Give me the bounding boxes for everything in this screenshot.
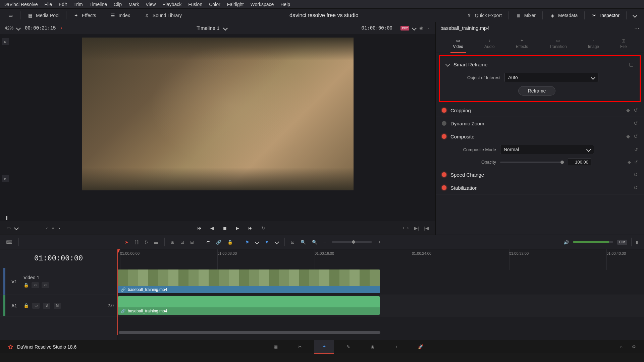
tab-image[interactable]: ▫Image [585,37,602,50]
menu-mark[interactable]: Mark [128,2,139,7]
zoom-dropdown[interactable]: 42% [5,25,20,31]
color-page-btn[interactable]: ◉ [362,340,382,354]
trim-tool-icon[interactable]: ⟦⟧ [135,240,139,245]
more-icon[interactable]: ⋯ [634,25,639,31]
dynamic-zoom-header[interactable]: Dynamic Zoom ↺ [436,117,644,130]
menu-trim[interactable]: Trim [73,2,83,7]
reset-icon[interactable]: ↺ [634,172,638,178]
index-btn[interactable]: ☰Index [107,11,133,20]
proxy-badge[interactable]: PXY [400,26,409,31]
media-pool-btn[interactable]: ▦Media Pool [24,11,63,20]
timeline-timecode[interactable]: 01:00:00:00 [0,249,117,268]
fairlight-page-btn[interactable]: ♪ [386,340,407,354]
tab-file[interactable]: ◫File [618,37,629,50]
menu-color[interactable]: Color [209,2,220,7]
cropping-header[interactable]: Cropping ◆↺ [436,104,644,117]
prev-nav-icon[interactable]: ‹ [46,226,48,231]
home-icon[interactable]: ⌂ [620,344,623,349]
timeline-tracks[interactable]: 01:00:00:00 01:00:08:00 01:00:16:00 01:0… [117,249,644,340]
audio-clip[interactable]: 🔗baseball_training.mp4 [118,296,380,315]
stop-btn[interactable]: ◼ [221,225,228,231]
slider-handle[interactable] [560,161,564,164]
layout-btn[interactable]: ▭ [4,11,17,20]
reset-icon[interactable]: ↺ [634,120,638,126]
stabilization-header[interactable]: Stabilization ↺ [436,181,644,194]
sound-library-btn[interactable]: ♫Sound Library [141,11,185,20]
timeline-selector[interactable]: Timeline 1 [67,25,357,31]
expand-btn[interactable] [630,12,640,18]
audio-lane[interactable]: 🔗baseball_training.mp4 [117,295,644,316]
menu-workspace[interactable]: Workspace [250,2,274,7]
effects-btn[interactable]: ✦Effects [70,11,100,20]
meter-icon[interactable]: ▮ [636,240,638,245]
video-clip[interactable]: 🔗baseball_training.mp4 [118,269,380,293]
match-frame-icon[interactable]: ⟷ [402,226,409,231]
video-lane[interactable]: 🔗baseball_training.mp4 [117,268,644,295]
reset-icon[interactable]: ↺ [634,107,638,113]
menu-fairlight[interactable]: Fairlight [227,2,244,7]
opacity-slider[interactable] [500,162,564,163]
overwrite-icon[interactable]: ⊡ [180,240,184,245]
zoom-detail-icon[interactable]: 🔍 [301,240,306,245]
toggle-on-icon[interactable] [442,134,446,139]
scrubber-handle[interactable] [6,216,7,220]
arrow-tool-icon[interactable]: ➤ [125,240,128,245]
slider-handle[interactable] [352,240,355,244]
media-page-btn[interactable]: ▦ [266,340,286,354]
marker-icon[interactable]: ▼ [265,240,269,245]
object-of-interest-select[interactable]: Auto [504,73,598,82]
lock-icon[interactable]: 🔒 [23,303,29,308]
reframe-button[interactable]: Reframe [518,86,556,96]
replace-icon[interactable]: ⊟ [190,240,194,245]
metadata-btn[interactable]: ◈Metadata [546,11,581,20]
insert-icon[interactable]: ⊞ [171,240,174,245]
menu-timeline[interactable]: Timeline [90,2,107,7]
next-clip-icon[interactable]: ▶| [414,226,419,231]
chevron-down-icon[interactable] [255,240,259,244]
step-back-btn[interactable]: ◀ [209,225,215,231]
record-timecode[interactable]: 01:00:00:00 [362,25,392,31]
go-start-btn[interactable]: ⏮ [196,225,203,231]
reset-icon[interactable]: ↺ [634,147,638,152]
gear-icon[interactable]: ⚙ [632,344,636,349]
menu-file[interactable]: File [44,2,52,7]
dim-button[interactable]: DIM [617,240,627,245]
solo-btn[interactable]: S [43,303,50,309]
composite-mode-select[interactable]: Normal [500,145,594,154]
razor-icon[interactable]: ▬ [154,240,158,245]
opacity-value[interactable]: 100.00 [568,158,591,166]
more-icon[interactable]: ⋯ [426,25,431,31]
next-nav-icon[interactable]: › [58,226,60,231]
auto-select-icon[interactable]: ▭ [32,282,39,288]
track-label[interactable]: A1 [9,295,20,316]
track-label[interactable]: V1 [9,268,20,295]
chevron-down-icon[interactable] [14,226,19,230]
menu-edit[interactable]: Edit [59,2,67,7]
keyframe-icon[interactable]: ◆ [626,133,630,139]
volume-icon[interactable]: 🔊 [564,240,569,245]
collapse-left-icon[interactable]: ▸ [2,38,9,45]
video-preview[interactable] [82,38,354,190]
horizontal-scrollbar[interactable] [119,331,380,334]
volume-slider[interactable] [573,241,613,243]
mute-btn[interactable]: M [54,303,61,309]
cut-page-btn[interactable]: ✂ [290,340,310,354]
mixer-btn[interactable]: ⫼Mixer [512,11,539,20]
bypass-icon[interactable]: ◉ [419,25,423,31]
loop-btn[interactable]: ↻ [260,225,266,231]
auto-select-icon[interactable]: ▭ [32,303,40,309]
zoom-custom-icon[interactable]: 🔍 [312,240,317,245]
reset-icon[interactable]: ↺ [634,160,638,165]
reset-icon[interactable]: ↺ [634,185,638,191]
crop-icon[interactable]: ▭ [7,226,11,231]
toggle-on-icon[interactable] [442,108,446,113]
menu-view[interactable]: View [146,2,156,7]
menu-help[interactable]: Help [280,2,290,7]
toggle-on-icon[interactable] [442,185,446,190]
tab-transition[interactable]: ▭Transition [546,37,569,50]
speed-change-header[interactable]: Speed Change ↺ [436,168,644,181]
track-header-a1[interactable]: A1 🔒 ▭ S M 2.0 [0,295,117,316]
expand-left-icon[interactable]: ▸ [2,175,9,182]
tab-audio[interactable]: ♪Audio [482,37,497,50]
tab-effects[interactable]: ✦Effects [513,37,531,50]
